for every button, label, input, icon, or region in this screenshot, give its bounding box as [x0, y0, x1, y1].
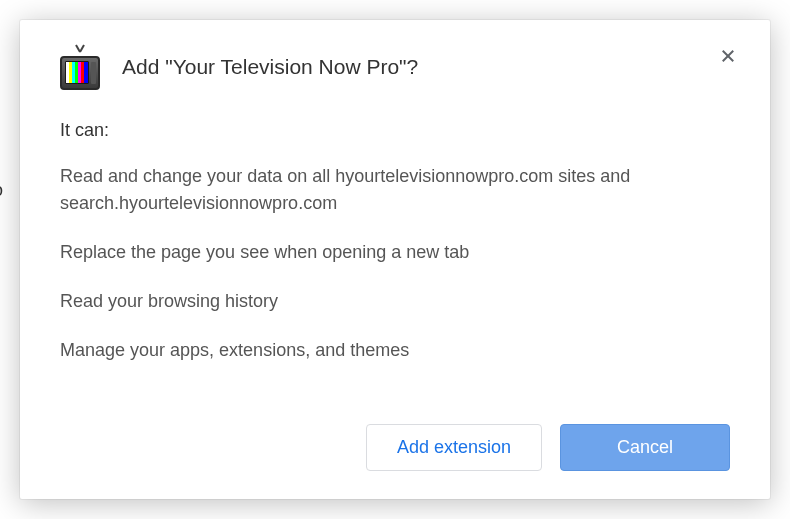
permissions-section: It can: Read and change your data on all… [60, 120, 730, 414]
permission-item: Read and change your data on all hyourte… [60, 163, 730, 217]
dialog-title: Add "Your Television Now Pro"? [122, 48, 730, 81]
close-button[interactable] [714, 42, 742, 70]
bg-fragment: sio [0, 180, 3, 201]
permission-item: Read your browsing history [60, 288, 730, 315]
extension-install-dialog: Add "Your Television Now Pro"? It can: R… [20, 20, 770, 499]
cancel-button[interactable]: Cancel [560, 424, 730, 471]
permission-item: Manage your apps, extensions, and themes [60, 337, 730, 364]
add-extension-button[interactable]: Add extension [366, 424, 542, 471]
permission-item: Replace the page you see when opening a … [60, 239, 730, 266]
close-icon [719, 47, 737, 65]
permissions-intro: It can: [60, 120, 730, 141]
dialog-actions: Add extension Cancel [60, 424, 730, 471]
dialog-header: Add "Your Television Now Pro"? [60, 48, 730, 90]
extension-tv-icon [60, 50, 100, 90]
